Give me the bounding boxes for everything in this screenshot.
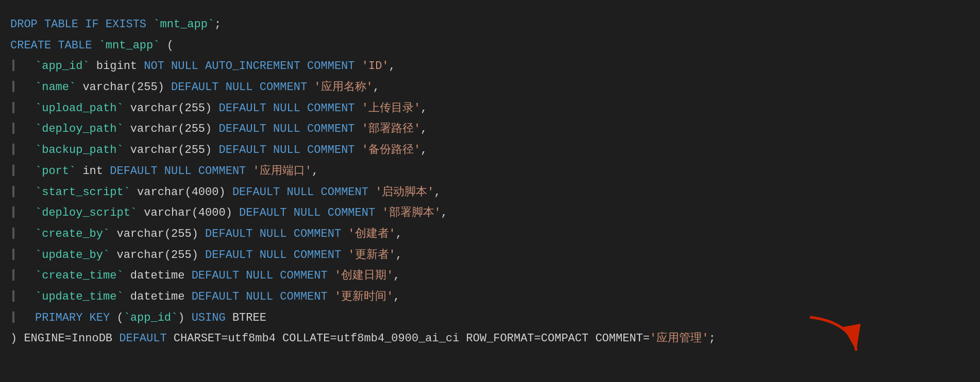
code-line-3: `app_id` bigint NOT NULL AUTO_INCREMENT … bbox=[10, 56, 970, 77]
code-token: DEFAULT bbox=[119, 328, 166, 350]
code-token: '部署脚本' bbox=[382, 203, 441, 224]
code-token: , bbox=[393, 266, 400, 287]
code-line-8: `port` int DEFAULT NULL COMMENT '应用端口', bbox=[10, 161, 970, 182]
code-token: DEFAULT NULL bbox=[232, 182, 314, 203]
code-line-7: `backup_path` varchar(255) DEFAULT NULL … bbox=[10, 140, 970, 161]
indent-bar bbox=[12, 144, 14, 155]
code-token: COMMENT bbox=[192, 161, 253, 182]
indent-bar bbox=[12, 81, 14, 92]
code-token: ( bbox=[160, 36, 173, 57]
code-token: '上传目录' bbox=[362, 98, 420, 119]
code-token: DEFAULT NULL bbox=[218, 140, 300, 161]
code-token: '应用名称' bbox=[314, 77, 373, 98]
arrow-annotation bbox=[805, 312, 867, 367]
code-token: , bbox=[389, 56, 396, 77]
indent-bar bbox=[12, 186, 14, 197]
code-token: '创建者' bbox=[348, 224, 395, 245]
code-line-14: `update_time` datetime DEFAULT NULL COMM… bbox=[10, 287, 970, 308]
code-token: `create_time` bbox=[35, 266, 124, 287]
code-token: COMMENT bbox=[300, 119, 362, 140]
code-line-4: `name` varchar(255) DEFAULT NULL COMMENT… bbox=[10, 77, 970, 98]
code-token: `app_id` bbox=[124, 308, 178, 329]
code-token: 'ID' bbox=[362, 56, 389, 77]
code-token: DEFAULT NULL bbox=[239, 203, 320, 224]
code-token: varchar(255) bbox=[124, 119, 219, 140]
code-token: varchar(255) bbox=[110, 224, 205, 245]
code-line-6: `deploy_path` varchar(255) DEFAULT NULL … bbox=[10, 119, 970, 140]
code-token: BTREE bbox=[226, 308, 266, 329]
code-token: ) bbox=[178, 308, 191, 329]
code-token: varchar(4000) bbox=[137, 203, 239, 224]
code-token: `backup_path` bbox=[35, 140, 124, 161]
code-token: TABLE bbox=[58, 36, 98, 57]
indent-bar bbox=[12, 206, 14, 218]
code-token: DEFAULT NULL bbox=[192, 287, 273, 308]
code-token: , bbox=[312, 161, 318, 182]
code-token: COMMENT bbox=[314, 182, 375, 203]
code-line-11: `create_by` varchar(255) DEFAULT NULL CO… bbox=[10, 224, 970, 245]
code-token: `upload_path` bbox=[35, 98, 124, 119]
code-line-12: `update_by` varchar(255) DEFAULT NULL CO… bbox=[10, 245, 970, 266]
code-token: COMMENT bbox=[287, 224, 348, 245]
code-token: DEFAULT NULL bbox=[171, 77, 252, 98]
code-token: COMMENT bbox=[300, 56, 362, 77]
code-token: '更新时间' bbox=[334, 287, 393, 308]
indent-bar bbox=[12, 165, 14, 176]
code-token: DROP bbox=[10, 14, 44, 36]
code-token: `deploy_path` bbox=[35, 119, 124, 140]
code-token: '创建日期' bbox=[334, 266, 393, 287]
code-token: varchar(4000) bbox=[130, 182, 232, 203]
code-line-1: DROP TABLE IF EXISTS `mnt_app`; bbox=[10, 14, 970, 36]
indent-bar bbox=[12, 311, 14, 323]
indent-bar bbox=[12, 290, 14, 302]
code-token: , bbox=[434, 182, 441, 203]
code-token: , bbox=[420, 119, 427, 140]
code-token: '启动脚本' bbox=[375, 182, 434, 203]
code-line-2: CREATE TABLE `mnt_app` ( bbox=[10, 36, 970, 57]
code-token: PRIMARY KEY bbox=[35, 308, 116, 329]
code-token: '备份路径' bbox=[362, 140, 420, 161]
code-editor: DROP TABLE IF EXISTS `mnt_app`;CREATE TA… bbox=[0, 9, 980, 355]
code-token: `mnt_app` bbox=[153, 14, 214, 36]
code-token: varchar(255) bbox=[76, 77, 171, 98]
code-token: '更新者' bbox=[348, 245, 395, 266]
code-token: TABLE bbox=[44, 14, 85, 36]
code-token: `port` bbox=[35, 161, 76, 182]
code-token: , bbox=[396, 224, 402, 245]
code-token: , bbox=[441, 203, 448, 224]
code-token: IF bbox=[85, 14, 106, 36]
code-token: DEFAULT NULL bbox=[205, 245, 286, 266]
code-token: `mnt_app` bbox=[99, 36, 160, 57]
code-token: '应用端口' bbox=[253, 161, 312, 182]
code-token: DEFAULT NULL bbox=[205, 224, 286, 245]
code-line-10: `deploy_script` varchar(4000) DEFAULT NU… bbox=[10, 203, 970, 224]
code-line-5: `upload_path` varchar(255) DEFAULT NULL … bbox=[10, 98, 970, 119]
code-token: , bbox=[420, 98, 427, 119]
code-token: , bbox=[396, 245, 402, 266]
code-token: `create_by` bbox=[35, 224, 110, 245]
code-token: , bbox=[373, 77, 380, 98]
code-token: varchar(255) bbox=[124, 98, 219, 119]
code-token: datetime bbox=[124, 266, 192, 287]
code-token: NOT NULL AUTO_INCREMENT bbox=[144, 56, 300, 77]
code-token: COMMENT bbox=[300, 140, 362, 161]
code-token: `update_by` bbox=[35, 245, 110, 266]
code-token: COMMENT bbox=[273, 266, 334, 287]
code-token: CHARSET=utf8mb4 COLLATE=utf8mb4_0900_ai_… bbox=[167, 328, 650, 350]
code-token: DEFAULT NULL bbox=[218, 98, 300, 119]
code-token: COMMENT bbox=[273, 287, 334, 308]
code-token: varchar(255) bbox=[110, 245, 205, 266]
code-token: COMMENT bbox=[300, 98, 362, 119]
code-token: , bbox=[420, 140, 427, 161]
code-token: CREATE bbox=[10, 36, 58, 57]
code-token: `app_id` bbox=[35, 56, 90, 77]
code-token: , bbox=[393, 287, 400, 308]
code-token: '应用管理' bbox=[650, 328, 708, 350]
code-line-9: `start_script` varchar(4000) DEFAULT NUL… bbox=[10, 182, 970, 203]
code-token: datetime bbox=[124, 287, 192, 308]
code-token: '部署路径' bbox=[362, 119, 420, 140]
indent-bar bbox=[12, 249, 14, 260]
code-token: DEFAULT NULL bbox=[192, 266, 273, 287]
indent-bar bbox=[12, 228, 14, 239]
code-token: `start_script` bbox=[35, 182, 130, 203]
